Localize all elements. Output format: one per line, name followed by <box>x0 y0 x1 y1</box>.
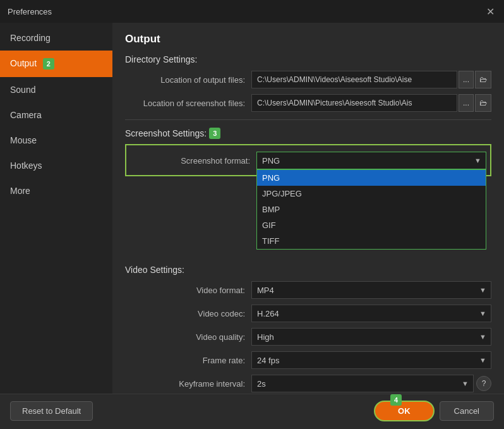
dropdown-item-png[interactable]: PNG <box>257 170 486 186</box>
video-format-row: Video format: MP4 ▼ <box>125 281 491 299</box>
video-codec-select[interactable]: H.264 <box>251 305 491 322</box>
location-screenshot-label: Location of screenshot files: <box>125 99 251 108</box>
section-title: Output <box>125 33 491 45</box>
sidebar-label-hotkeys: Hotkeys <box>10 160 42 171</box>
screenshot-format-row: Screenshot format: PNG ▼ PNG JPG/JPEG BM… <box>126 152 490 169</box>
sidebar-item-hotkeys[interactable]: Hotkeys <box>0 153 112 178</box>
keyframe-help-button[interactable]: ? <box>476 376 491 391</box>
sidebar-item-output[interactable]: Output 2 <box>0 51 112 77</box>
reset-default-button[interactable]: Reset to Default <box>10 401 93 421</box>
ok-cancel-group: 4 OK Cancel <box>374 401 494 421</box>
preferences-window: Preferences ✕ Recording Output 2 Sound C… <box>0 0 504 429</box>
video-format-select-wrap: MP4 ▼ <box>251 281 491 299</box>
screenshot-format-select-wrap: PNG ▼ PNG JPG/JPEG BMP GIF TIFF <box>256 152 486 169</box>
framerate-select[interactable]: 24 fps <box>251 351 491 369</box>
video-quality-select[interactable]: High <box>251 328 491 346</box>
screenshot-format-value: PNG <box>262 156 280 166</box>
location-screenshot-browse-btn[interactable]: ... <box>459 94 474 112</box>
location-screenshot-group: ... 🗁 <box>251 94 491 112</box>
dropdown-item-gif[interactable]: GIF <box>257 217 486 233</box>
framerate-label: Frame rate: <box>125 356 251 365</box>
location-screenshot-folder-btn[interactable]: 🗁 <box>475 94 491 112</box>
dropdown-item-tiff[interactable]: TIFF <box>257 233 486 249</box>
sidebar-item-sound[interactable]: Sound <box>0 77 112 102</box>
screenshot-section: Screenshot Settings: 3 Screenshot format… <box>125 128 491 176</box>
main-content: Recording Output 2 Sound Camera Mouse Ho… <box>0 23 504 394</box>
output-badge: 2 <box>43 58 54 69</box>
directory-settings-title: Directory Settings: <box>125 54 491 64</box>
screenshot-format-section: Screenshot format: PNG ▼ PNG JPG/JPEG BM… <box>125 144 491 176</box>
sidebar: Recording Output 2 Sound Camera Mouse Ho… <box>0 23 112 394</box>
sidebar-item-mouse[interactable]: Mouse <box>0 128 112 153</box>
cancel-button[interactable]: Cancel <box>440 401 494 421</box>
keyframe-row: Keyframe interval: 2s ▼ ? <box>125 375 491 392</box>
location-output-folder-btn[interactable]: 🗁 <box>475 71 491 88</box>
screenshot-format-display[interactable]: PNG ▼ <box>256 152 486 169</box>
screenshot-format-arrow: ▼ <box>474 157 481 164</box>
sidebar-label-recording: Recording <box>10 33 51 43</box>
dropdown-item-jpg[interactable]: JPG/JPEG <box>257 186 486 202</box>
footer-buttons: Reset to Default 4 OK Cancel <box>0 394 504 429</box>
video-settings-section: Video Settings: Video format: MP4 ▼ Vide… <box>125 265 491 394</box>
video-settings-title: Video Settings: <box>125 265 491 275</box>
video-quality-select-wrap: High ▼ <box>251 328 491 346</box>
location-screenshot-input[interactable] <box>251 94 457 112</box>
location-output-input[interactable] <box>251 71 457 88</box>
sidebar-label-mouse: Mouse <box>10 135 37 145</box>
location-output-label: Location of output files: <box>125 75 251 85</box>
window-title: Preferences <box>8 7 52 16</box>
dropdown-item-bmp[interactable]: BMP <box>257 202 486 217</box>
keyframe-select-wrap: 2s ▼ <box>251 375 474 392</box>
sidebar-label-camera: Camera <box>10 110 42 120</box>
main-panel: Output Directory Settings: Location of o… <box>112 23 504 394</box>
title-bar: Preferences ✕ <box>0 0 504 23</box>
screenshot-format-dropdown[interactable]: PNG JPG/JPEG BMP GIF TIFF <box>256 169 486 250</box>
video-format-select[interactable]: MP4 <box>251 281 491 299</box>
sidebar-label-output: Output <box>10 58 37 68</box>
keyframe-select[interactable]: 2s <box>251 375 474 392</box>
ok-button[interactable]: OK <box>374 401 435 421</box>
screenshot-settings-title: Screenshot Settings: <box>125 128 207 138</box>
location-screenshot-row: Location of screenshot files: ... 🗁 <box>125 94 491 112</box>
sidebar-item-recording[interactable]: Recording <box>0 25 112 51</box>
video-codec-select-wrap: H.264 ▼ <box>251 305 491 322</box>
video-format-label: Video format: <box>125 286 251 295</box>
sidebar-label-more: More <box>10 186 30 196</box>
screenshot-format-label: Screenshot format: <box>130 156 256 166</box>
video-codec-row: Video codec: H.264 ▼ <box>125 305 491 322</box>
video-quality-label: Video quality: <box>125 332 251 342</box>
framerate-select-wrap: 24 fps ▼ <box>251 351 491 369</box>
location-output-group: ... 🗁 <box>251 71 491 88</box>
close-button[interactable]: ✕ <box>484 5 496 18</box>
step4-badge: 4 <box>390 394 402 406</box>
sidebar-item-camera[interactable]: Camera <box>0 102 112 128</box>
keyframe-label: Keyframe interval: <box>125 379 251 389</box>
location-output-row: Location of output files: ... 🗁 <box>125 71 491 88</box>
video-quality-row: Video quality: High ▼ <box>125 328 491 346</box>
framerate-row: Frame rate: 24 fps ▼ <box>125 351 491 369</box>
video-codec-label: Video codec: <box>125 309 251 318</box>
location-output-browse-btn[interactable]: ... <box>459 71 474 88</box>
sidebar-item-more[interactable]: More <box>0 178 112 203</box>
sidebar-label-sound: Sound <box>10 85 35 95</box>
screenshot-badge: 3 <box>209 128 220 139</box>
